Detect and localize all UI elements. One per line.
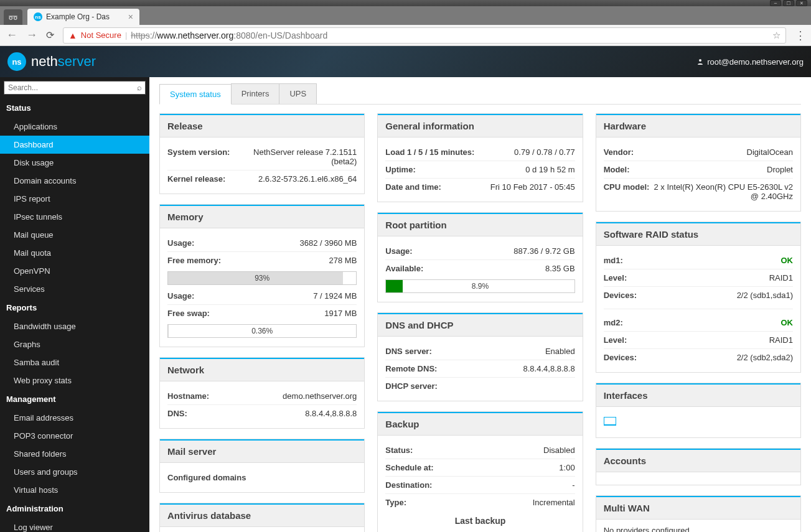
nav-item-web-proxy-stats[interactable]: Web proxy stats: [0, 371, 149, 390]
row-value: demo.nethserver.org: [283, 391, 357, 401]
nav-item-samba-audit[interactable]: Samba audit: [0, 353, 149, 371]
info-row: Usage: 3682 / 3960 MB: [167, 235, 357, 251]
panel-title: Release: [160, 114, 364, 138]
nav-category-reports: Reports: [0, 298, 149, 317]
tab-ups[interactable]: UPS: [279, 83, 317, 104]
row-label: Schedule at:: [385, 463, 433, 472]
search-input[interactable]: [4, 81, 146, 95]
panel-dns-dhcp: DNS and DHCP DNS server: Enabled Remote …: [377, 312, 583, 401]
info-row: Schedule at: 1:00: [385, 459, 574, 476]
reload-button[interactable]: ⟳: [46, 29, 54, 41]
row-label: DHCP server:: [385, 381, 438, 391]
panel-mail-server: Mail server Configured domains: [159, 439, 365, 493]
browser-menu-button[interactable]: ⋮: [795, 29, 805, 42]
row-value: 0.79 / 0.78 / 0.77: [514, 147, 575, 157]
nav-item-virtual-hosts[interactable]: Virtual hosts: [0, 481, 149, 499]
info-row: Free memory: 278 MB: [167, 251, 357, 269]
row-label: Free swap:: [167, 309, 210, 318]
nav-item-shared-folders[interactable]: Shared folders: [0, 445, 149, 463]
info-row: Vendor: DigitalOcean: [604, 144, 793, 161]
row-value: Disabled: [543, 446, 575, 455]
row-value: 7 / 1924 MB: [313, 291, 357, 301]
info-row: Usage: 887.36 / 9.72 GB: [385, 243, 574, 259]
progress-bar: 8.9%: [385, 279, 574, 293]
row-label: Usage:: [385, 246, 412, 256]
warning-icon: ▲: [68, 30, 77, 40]
panel-title: Network: [160, 358, 364, 381]
panel-general-info: General information Load 1 / 5 / 15 minu…: [377, 113, 583, 202]
nav-item-openvpn[interactable]: OpenVPN: [0, 262, 149, 280]
tab-system-status[interactable]: System status: [159, 84, 232, 105]
app-header: ns nethserver root@demo.nethserver.org: [0, 46, 811, 77]
tab-printers[interactable]: Printers: [231, 83, 280, 104]
nav-item-ips-report[interactable]: IPS report: [0, 190, 149, 208]
search-icon[interactable]: ⌕: [137, 83, 142, 92]
panel-memory: Memory Usage: 3682 / 3960 MB Free memory…: [159, 204, 365, 347]
panel-title: General information: [378, 114, 582, 138]
row-label: Load 1 / 5 / 15 minutes:: [385, 147, 474, 157]
progress-bar: 0.36%: [167, 324, 357, 338]
nav-item-ipsec-tunnels[interactable]: IPsec tunnels: [0, 208, 149, 226]
nav-category-admin: Administration: [0, 499, 149, 518]
back-button[interactable]: ←: [6, 29, 17, 42]
user-menu[interactable]: root@demo.nethserver.org: [696, 57, 804, 67]
row-value: 8.35 GB: [545, 264, 575, 273]
browser-tab[interactable]: ns Example Org - Das ×: [27, 9, 139, 25]
tab-title: Example Org - Das: [46, 12, 124, 21]
window-close-button[interactable]: ×: [796, 0, 807, 6]
row-label: Type:: [385, 498, 406, 507]
row-value: DigitalOcean: [747, 147, 793, 157]
row-value: 278 MB: [329, 256, 357, 265]
progress-label: 8.9%: [386, 280, 574, 292]
info-row: System version: NethServer release 7.2.1…: [167, 144, 357, 170]
nav-item-dashboard[interactable]: Dashboard: [0, 136, 149, 154]
row-value: 0 d 19 h 52 m: [525, 165, 575, 174]
window-titlebar: − □ ×: [0, 0, 811, 6]
row-value: 8.8.4.4,8.8.8.8: [523, 364, 575, 373]
raid-status: OK: [781, 256, 793, 265]
panel-title: Mail server: [160, 439, 364, 463]
panel-raid-status: Software RAID status md1:OK Level:RAID1 …: [596, 222, 801, 373]
nav-item-pop3-connector[interactable]: POP3 connector: [0, 427, 149, 445]
info-row: Hostname: demo.nethserver.org: [167, 388, 357, 404]
row-value: Fri 10 Feb 2017 - 05:45: [490, 182, 575, 192]
url-bar[interactable]: ▲ Not Secure | https://www.nethserver.or…: [63, 27, 786, 44]
nav-item-services[interactable]: Services: [0, 280, 149, 298]
nav-item-users-and-groups[interactable]: Users and groups: [0, 463, 149, 481]
forward-button[interactable]: →: [26, 29, 37, 42]
nav-item-disk-usage[interactable]: Disk usage: [0, 154, 149, 172]
info-row: Configured domains: [167, 469, 357, 486]
bookmark-star-icon[interactable]: ☆: [772, 30, 781, 41]
nav-item-graphs[interactable]: Graphs: [0, 335, 149, 353]
info-row: DNS: 8.8.4.4,8.8.8.8: [167, 404, 357, 422]
nav-category-management: Management: [0, 390, 149, 409]
progress-bar: 93%: [167, 271, 357, 285]
panel-accounts: Accounts: [596, 448, 801, 485]
row-value: Incremental: [533, 498, 575, 507]
row-label: System version:: [167, 147, 230, 157]
nav-item-log-viewer[interactable]: Log viewer: [0, 518, 149, 532]
info-row: DHCP server:: [385, 377, 574, 394]
panel-title: Multi WAN: [596, 496, 800, 520]
panel-network: Network Hostname: demo.nethserver.org DN…: [159, 357, 365, 429]
row-value: -: [572, 480, 574, 490]
panel-hardware: Hardware Vendor: DigitalOcean Model: Dro…: [596, 113, 801, 212]
row-value: Enabled: [545, 347, 575, 356]
window-maximize-button[interactable]: □: [783, 0, 794, 6]
info-row: Status: Disabled: [385, 442, 574, 459]
tab-close-button[interactable]: ×: [128, 12, 133, 22]
nav-item-mail-queue[interactable]: Mail queue: [0, 226, 149, 244]
nav-item-applications[interactable]: Applications: [0, 118, 149, 136]
info-row: Date and time: Fri 10 Feb 2017 - 05:45: [385, 178, 574, 195]
info-row: Kernel release: 2.6.32-573.26.1.el6.x86_…: [167, 170, 357, 187]
window-minimize-button[interactable]: −: [770, 0, 781, 6]
panel-backup: Backup Status: Disabled Schedule at: 1:0…: [377, 411, 583, 532]
panel-title: Antivirus database: [160, 503, 364, 527]
row-label: CPU model:: [604, 182, 650, 192]
panel-title: Accounts: [596, 449, 800, 472]
row-value: 1:00: [559, 463, 574, 472]
nav-item-mail-quota[interactable]: Mail quota: [0, 244, 149, 262]
nav-item-email-addresses[interactable]: Email addresses: [0, 409, 149, 427]
nav-item-bandwidth-usage[interactable]: Bandwidth usage: [0, 317, 149, 335]
nav-item-domain-accounts[interactable]: Domain accounts: [0, 172, 149, 190]
